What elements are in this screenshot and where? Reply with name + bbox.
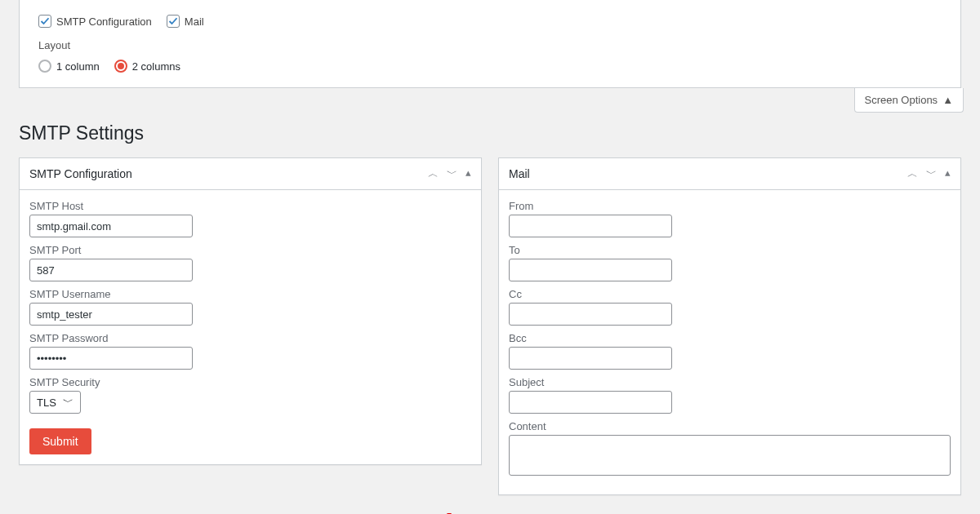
toggle-collapse-icon[interactable]: ▴ — [945, 166, 951, 181]
mail-from-label: From — [509, 200, 951, 212]
mail-content-textarea[interactable] — [509, 435, 951, 476]
chevron-down-icon: ﹀ — [63, 395, 74, 410]
smtp-host-input[interactable] — [29, 215, 193, 237]
mail-to-input[interactable] — [509, 259, 672, 281]
mail-checkbox-label: Mail — [185, 16, 204, 28]
smtp-config-panel-header[interactable]: SMTP Configuration ︿ ﹀ ▴ — [20, 158, 481, 190]
radio-checked-icon — [114, 60, 127, 73]
boxes-checkbox-row: SMTP Configuration Mail — [38, 15, 942, 28]
smtp-config-checkbox-label: SMTP Configuration — [56, 16, 152, 28]
annotation-number-1: 1 — [441, 507, 457, 514]
smtp-username-label: SMTP Username — [29, 288, 471, 300]
mail-from-input[interactable] — [509, 215, 672, 237]
move-down-icon[interactable]: ﹀ — [926, 166, 937, 181]
smtp-username-input[interactable] — [29, 303, 193, 326]
layout-2col-label: 2 columns — [132, 60, 180, 73]
layout-1col-radio[interactable]: 1 column — [38, 60, 100, 73]
mail-bcc-input[interactable] — [509, 347, 672, 370]
page-title: SMTP Settings — [0, 113, 980, 157]
smtp-config-panel-title: SMTP Configuration — [29, 167, 132, 180]
panel-actions: ︿ ﹀ ▴ — [428, 166, 471, 181]
layout-radio-row: 1 column 2 columns — [38, 60, 942, 73]
radio-unchecked-icon — [38, 60, 51, 73]
mail-panel: Mail ︿ ﹀ ▴ From To Cc — [498, 157, 961, 495]
smtp-config-panel: SMTP Configuration ︿ ﹀ ▴ SMTP Host SMTP … — [19, 157, 482, 465]
mail-bcc-label: Bcc — [509, 332, 951, 344]
smtp-config-checkbox-wrap[interactable]: SMTP Configuration — [38, 15, 152, 28]
panel-actions: ︿ ﹀ ▴ — [907, 166, 951, 181]
mail-cc-input[interactable] — [509, 303, 672, 326]
mail-panel-header[interactable]: Mail ︿ ﹀ ▴ — [499, 158, 960, 190]
check-icon — [168, 16, 178, 26]
check-icon — [40, 16, 50, 26]
layout-1col-label: 1 column — [56, 60, 100, 73]
screen-options-toggle[interactable]: Screen Options ▲ — [854, 88, 964, 113]
triangle-up-icon: ▲ — [942, 94, 953, 106]
screen-options-panel: SMTP Configuration Mail Layout 1 column … — [19, 0, 961, 88]
mail-checkbox[interactable] — [167, 15, 180, 28]
smtp-security-label: SMTP Security — [29, 376, 471, 388]
smtp-password-input[interactable] — [29, 347, 193, 370]
layout-2col-radio[interactable]: 2 columns — [114, 60, 180, 73]
layout-section-label: Layout — [38, 39, 942, 51]
mail-checkbox-wrap[interactable]: Mail — [167, 15, 204, 28]
mail-cc-label: Cc — [509, 288, 951, 300]
mail-panel-title: Mail — [509, 167, 530, 180]
move-up-icon[interactable]: ︿ — [907, 166, 918, 181]
mail-subject-label: Subject — [509, 376, 951, 388]
move-up-icon[interactable]: ︿ — [428, 166, 439, 181]
smtp-config-checkbox[interactable] — [38, 15, 51, 28]
smtp-security-select[interactable]: TLS ﹀ — [29, 391, 81, 414]
smtp-port-label: SMTP Port — [29, 244, 471, 256]
move-down-icon[interactable]: ﹀ — [447, 166, 457, 181]
toggle-collapse-icon[interactable]: ▴ — [466, 166, 471, 181]
smtp-port-input[interactable] — [29, 259, 193, 281]
screen-options-toggle-label: Screen Options — [865, 94, 938, 106]
smtp-host-label: SMTP Host — [29, 200, 471, 212]
submit-button[interactable]: Submit — [29, 428, 91, 454]
mail-content-label: Content — [509, 420, 951, 432]
smtp-password-label: SMTP Password — [29, 332, 471, 344]
mail-to-label: To — [509, 244, 951, 256]
smtp-security-value: TLS — [37, 397, 56, 409]
mail-subject-input[interactable] — [509, 391, 672, 414]
